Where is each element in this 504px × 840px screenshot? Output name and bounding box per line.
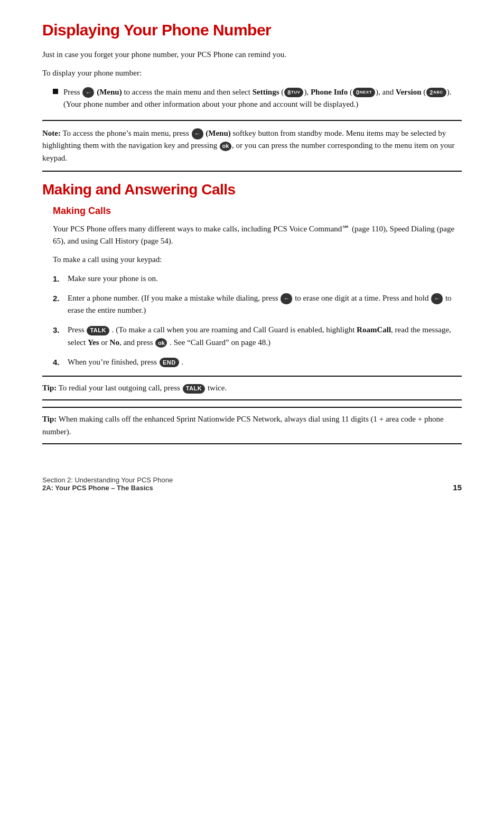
step-2: Enter a phone number. (If you make a mis… [53, 292, 462, 317]
tip1-text: Tip: To redial your last outgoing call, … [42, 384, 227, 392]
footer-page-number: 15 [453, 483, 462, 492]
tip-box-1: Tip: To redial your last outgoing call, … [42, 376, 462, 400]
bullet-icon [53, 89, 58, 94]
footer-left: Section 2: Understanding Your PCS Phone … [42, 476, 173, 492]
ok-btn-note: ok [220, 142, 231, 151]
section2-subtitle: Making Calls [42, 206, 462, 217]
end-btn: END [160, 358, 179, 367]
step-2-text: Enter a phone number. (If you make a mis… [68, 292, 462, 317]
version-btn: 2 ABC [426, 88, 446, 97]
step-1-text: Make sure your phone is on. [68, 273, 158, 285]
section2-title: Making and Answering Calls [42, 181, 462, 198]
section1-intro: Just in case you forget your phone numbe… [42, 49, 462, 61]
section1-bullet-text: Press ← (Menu) to access the main menu a… [63, 86, 462, 111]
back-btn-2: ← [431, 293, 443, 304]
step-4: When you’re finished, press END . [53, 356, 462, 368]
footer: Section 2: Understanding Your PCS Phone … [42, 476, 462, 492]
tip2-text: Tip: When making calls off the enhanced … [42, 415, 444, 435]
step-4-text: When you’re finished, press END . [68, 356, 183, 368]
footer-section-label: Section 2: Understanding Your PCS Phone [42, 476, 173, 484]
talk-btn-1: TALK [87, 326, 109, 335]
footer-section-sub: 2A: Your PCS Phone – The Basics [42, 484, 173, 492]
phoneinfo-btn: 0 NEXT [353, 88, 375, 97]
back-btn-1: ← [281, 293, 292, 304]
tip-box-2: Tip: When making calls off the enhanced … [42, 407, 462, 444]
section1-sub-intro: To display your phone number: [42, 67, 462, 79]
menu-button-icon: ← [82, 87, 94, 98]
settings-btn: 8 TUV [284, 88, 303, 97]
section2-intro1: Your PCS Phone offers many different way… [53, 223, 462, 248]
talk-btn-tip: TALK [183, 384, 206, 394]
note-box: Note: To access the phone’s main menu, p… [42, 120, 462, 172]
steps-list: Make sure your phone is on. Enter a phon… [53, 273, 462, 369]
section1-bullet-list: Press ← (Menu) to access the main menu a… [53, 86, 462, 111]
ok-btn-step3: ok [155, 338, 167, 348]
section2-intro2: To make a call using your keypad: [53, 254, 462, 266]
note-text: Note: To access the phone’s main menu, p… [42, 129, 455, 162]
menu-icon-note: ← [192, 128, 203, 139]
section1-title: Displaying Your Phone Number [42, 21, 462, 39]
step-3-text: Press TALK . (To make a call when you ar… [68, 324, 462, 349]
section2-content: Your PCS Phone offers many different way… [42, 223, 462, 368]
step-1: Make sure your phone is on. [53, 273, 462, 285]
step-3: Press TALK . (To make a call when you ar… [53, 324, 462, 349]
